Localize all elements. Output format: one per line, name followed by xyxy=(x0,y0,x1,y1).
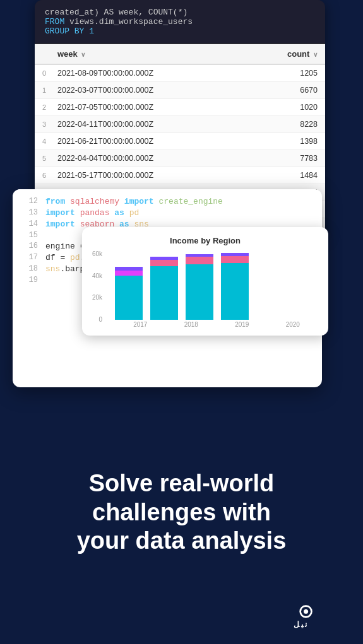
bar-column xyxy=(221,253,249,320)
line-text: from sqlalchemy import create_engine xyxy=(45,197,223,206)
bar-segment xyxy=(186,257,213,264)
chart-area: 60k40k20k0 xyxy=(92,250,318,332)
bars-group xyxy=(115,247,318,320)
y-axis-label: 40k xyxy=(92,272,102,279)
logo-area: ﻧﻴﻞ xyxy=(294,604,344,629)
bar-segment xyxy=(221,256,249,263)
row-count: 1484 xyxy=(246,167,325,184)
table-row: 4 2021-06-21T00:00:00.000Z 1398 xyxy=(35,133,325,150)
sql-from: FROM xyxy=(45,17,64,26)
bar-segment xyxy=(115,271,143,276)
sql-code-header: created_at) AS week, COUNT(*) FROM views… xyxy=(35,0,325,44)
line-text: import pandas as pd xyxy=(45,208,139,218)
table-row: 0 2021-08-09T00:00:00.000Z 1205 xyxy=(35,64,325,82)
bar-stack xyxy=(150,257,178,320)
row-count: 1020 xyxy=(246,99,325,116)
row-index: 5 xyxy=(35,150,50,167)
row-week: 2022-03-07T00:00:00.000Z xyxy=(50,82,246,99)
row-index: 1 xyxy=(35,82,50,99)
line-text: engine = xyxy=(45,242,85,251)
bar-stack xyxy=(115,267,143,320)
row-count: 6670 xyxy=(246,82,325,99)
code-line: 12from sqlalchemy import create_engine xyxy=(23,197,312,206)
row-index: 2 xyxy=(35,99,50,116)
bar-segment xyxy=(186,264,213,320)
line-number: 17 xyxy=(23,253,38,262)
bar-stack xyxy=(186,254,213,320)
bar-segment xyxy=(221,263,249,320)
table-row: 1 2022-03-07T00:00:00.000Z 6670 xyxy=(35,82,325,99)
col-week: week ∨ xyxy=(50,44,246,64)
brand-logo: ﻧﻴﻞ xyxy=(294,604,344,629)
line-number: 16 xyxy=(23,242,38,251)
chart-card: Income by Region 60k40k20k0 201720182019… xyxy=(82,227,328,336)
line-number: 18 xyxy=(23,264,38,274)
line-number: 12 xyxy=(23,197,38,206)
row-count: 7783 xyxy=(246,150,325,167)
bar-column xyxy=(115,267,143,320)
y-axis-label: 20k xyxy=(92,294,102,301)
line-number: 19 xyxy=(23,276,38,284)
row-week: 2021-08-09T00:00:00.000Z xyxy=(50,64,246,82)
sql-text: created_at) AS week, COUNT(*) xyxy=(45,8,187,17)
y-axis: 60k40k20k0 xyxy=(92,250,105,323)
col-idx xyxy=(35,44,50,64)
row-index: 6 xyxy=(35,167,50,184)
table-row: 3 2022-04-11T00:00:00.000Z 8228 xyxy=(35,116,325,133)
row-index: 3 xyxy=(35,116,50,133)
row-week: 2021-07-05T00:00:00.000Z xyxy=(50,99,246,116)
bar-segment xyxy=(115,276,143,320)
bar-segment xyxy=(150,266,178,320)
svg-text:ﻧﻴﻞ: ﻧﻴﻞ xyxy=(294,620,309,629)
row-week: 2022-04-11T00:00:00.000Z xyxy=(50,116,246,133)
line-text: df = pd. xyxy=(45,253,85,262)
line-number: 14 xyxy=(23,220,38,229)
row-count: 1205 xyxy=(246,64,325,82)
row-count: 1398 xyxy=(246,133,325,150)
row-week: 2022-04-04T00:00:00.000Z xyxy=(50,150,246,167)
row-index: 4 xyxy=(35,133,50,150)
row-index: 0 xyxy=(35,64,50,82)
code-line: 13import pandas as pd xyxy=(23,208,312,218)
svg-point-1 xyxy=(304,609,308,614)
sql-groupby: GROUP BY 1 xyxy=(45,26,94,36)
line-number: 15 xyxy=(23,231,38,240)
headline: Solve real-world challenges with your da… xyxy=(0,469,363,556)
bar-stack xyxy=(221,253,249,320)
chart-title: Income by Region xyxy=(92,236,318,245)
table-row: 2 2021-07-05T00:00:00.000Z 1020 xyxy=(35,99,325,116)
y-axis-label: 0 xyxy=(99,316,103,323)
row-count: 8228 xyxy=(246,116,325,133)
bar-column xyxy=(150,257,178,320)
row-week: 2021-06-21T00:00:00.000Z xyxy=(50,133,246,150)
row-week: 2021-05-17T00:00:00.000Z xyxy=(50,167,246,184)
bar-column xyxy=(186,254,213,320)
line-number: 13 xyxy=(23,208,38,218)
table-row: 6 2021-05-17T00:00:00.000Z 1484 xyxy=(35,167,325,184)
bar-segment xyxy=(150,260,178,266)
y-axis-label: 60k xyxy=(92,250,102,257)
col-count: count ∨ xyxy=(246,44,325,64)
sql-table: views.dim_workspace_users xyxy=(69,17,193,26)
table-row: 5 2022-04-04T00:00:00.000Z 7783 xyxy=(35,150,325,167)
line-text: sns.barp xyxy=(45,264,85,274)
headline-text: Solve real-world challenges with your da… xyxy=(25,469,338,556)
